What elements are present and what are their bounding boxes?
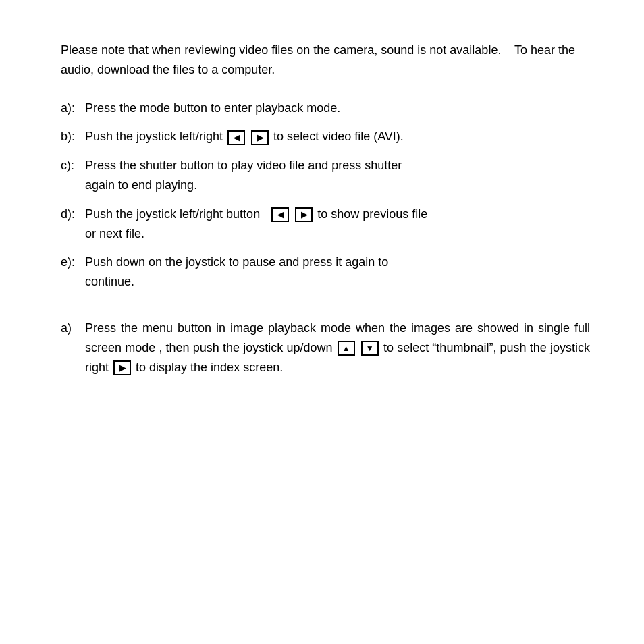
step-d-content: Push the joystick left/right button ◀ ▶ …	[85, 205, 590, 244]
step-a: a): Press the mode button to enter playb…	[61, 99, 590, 118]
intro-paragraph: Please note that when reviewing video fi…	[61, 41, 590, 80]
step-c: c): Press the shutter button to play vid…	[61, 156, 590, 195]
step-c-content: Press the shutter button to play video f…	[85, 156, 590, 195]
section-b-item-a: a) Press the menu button in image playba…	[61, 319, 590, 377]
step-e-content: Push down on the joystick to pause and p…	[85, 252, 590, 292]
steps-list: a): Press the mode button to enter playb…	[61, 99, 590, 292]
step-a-label: a):	[61, 99, 85, 118]
step-b: b): Push the joystick left/right ◀ ▶ to …	[61, 127, 590, 146]
right-icon: ▶	[113, 360, 131, 375]
step-e: e): Push down on the joystick to pause a…	[61, 252, 590, 292]
step-b-label: b):	[61, 127, 85, 146]
prev-icon: ◀	[227, 130, 245, 145]
section-b-label: a)	[61, 319, 85, 377]
prev-icon-d: ◀	[271, 207, 289, 222]
section-b-content: Press the menu button in image playback …	[85, 319, 590, 377]
step-d-label: d):	[61, 205, 85, 244]
next-icon-d: ▶	[295, 207, 313, 222]
step-a-content: Press the mode button to enter playback …	[85, 99, 590, 118]
up-icon: ▲	[338, 341, 355, 356]
next-icon: ▶	[251, 130, 269, 145]
step-b-content: Push the joystick left/right ◀ ▶ to sele…	[85, 127, 590, 146]
step-c-label: c):	[61, 156, 85, 195]
down-icon: ▼	[361, 341, 379, 356]
step-e-label: e):	[61, 252, 85, 292]
step-d: d): Push the joystick left/right button …	[61, 205, 590, 244]
